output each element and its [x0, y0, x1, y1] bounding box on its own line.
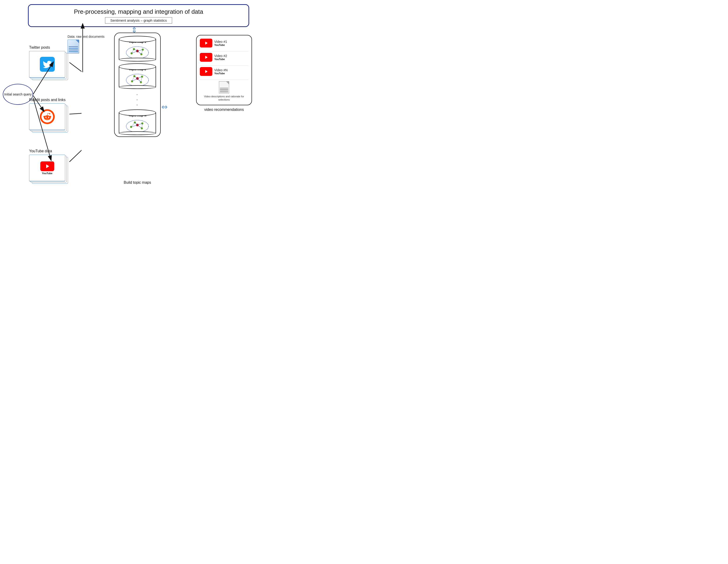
svg-line-26: [132, 78, 137, 81]
reddit-icon: [40, 109, 55, 124]
rec-doc-visual: [219, 81, 229, 93]
document-icon-group: Data: raw text documents: [68, 34, 105, 54]
twitter-card-front: [29, 51, 65, 78]
recommendations-panel: Video #1 YouTube Video #2 YouTube Video …: [196, 35, 252, 105]
rec-item-n: Video #N YouTube: [200, 67, 248, 76]
youtube-card-stack: YouTube: [29, 155, 69, 185]
svg-line-30: [132, 76, 134, 81]
rec-divider-2: [200, 65, 248, 66]
banner-subtitle: Sentiment analysis – graph statistics: [105, 17, 172, 24]
youtube-card-icon: YouTube: [40, 161, 54, 175]
rec-video-label-n: Video #N: [214, 68, 228, 72]
rec-yt-label-n: YouTube: [214, 72, 228, 75]
cyl-n-top: [119, 109, 156, 116]
rec-video-label-1: Video #1: [214, 40, 227, 44]
rec-yt-play-1: [200, 39, 212, 48]
rec-doc-line-4: [220, 92, 228, 92]
reddit-label: Reddit posts and links: [29, 98, 69, 102]
network-svg-1: [125, 44, 150, 59]
svg-line-18: [132, 49, 134, 53]
rec-item-1: Video #1 YouTube: [200, 39, 248, 48]
rec-item-2: Video #2 YouTube: [200, 53, 248, 62]
reddit-card-stack: [29, 103, 69, 134]
reddit-card-front: [29, 103, 65, 130]
doc-line-3: [69, 50, 78, 50]
youtube-source-group: YouTube data YouTube: [29, 149, 69, 185]
svg-line-3: [69, 62, 82, 91]
svg-point-20: [126, 74, 149, 86]
doc-label: Data: raw text documents: [68, 34, 105, 39]
topic-maps-container: Topic map 1: [114, 33, 161, 137]
doc-line-2: [69, 48, 78, 49]
cyl-n-bottom: [119, 131, 156, 135]
cyl-2-top: [119, 63, 156, 70]
cylinder-2: Topic map 2: [119, 63, 156, 88]
cyl-1-bottom: [119, 58, 156, 61]
banner-title: Pre-processing, mapping and integration …: [33, 8, 244, 15]
rec-info-1: Video #1 YouTube: [214, 40, 227, 46]
twitter-source-group: Twitter posts: [29, 45, 69, 81]
video-recs-label: video recommendations: [196, 108, 252, 112]
doc-line-1: [69, 46, 78, 47]
rec-doc-line-1: [220, 88, 228, 88]
svg-line-17: [137, 51, 141, 54]
rec-info-2: Video #2 YouTube: [214, 54, 227, 61]
yt-play-button: [40, 161, 54, 171]
rec-video-label-2: Video #2: [214, 54, 227, 58]
cylinder-n: Topic map N: [119, 109, 156, 134]
rec-yt-play-2: [200, 53, 212, 62]
rec-yt-label-2: YouTube: [214, 58, 227, 61]
rec-border: Video #1 YouTube Video #2 YouTube Video …: [196, 35, 252, 105]
svg-line-29: [137, 78, 141, 82]
rec-doc-label: Video descriptions and rationale for sel…: [200, 95, 248, 102]
svg-point-8: [126, 47, 149, 59]
youtube-card-front: YouTube: [29, 155, 65, 181]
rec-divider-3: [200, 80, 248, 80]
search-query-label: Initial search query: [4, 92, 32, 96]
rec-yt-label-1: YouTube: [214, 44, 227, 46]
svg-line-4: [69, 112, 82, 114]
cylinder-1: Topic map 1: [119, 36, 156, 60]
rec-doc-line-2: [220, 89, 228, 90]
build-topic-maps-label: Build topic maps: [114, 180, 161, 185]
svg-line-41: [137, 125, 142, 128]
rec-doc-corner: [226, 82, 229, 84]
doc-corner: [76, 40, 79, 43]
reddit-source-group: Reddit posts and links: [29, 98, 69, 134]
top-banner: Pre-processing, mapping and integration …: [28, 4, 249, 27]
twitter-icon: [40, 57, 55, 72]
youtube-source-label: YouTube data: [29, 149, 69, 153]
doc-visual: [68, 40, 79, 54]
topic-outer-border: Topic map 1: [114, 33, 161, 137]
search-query-ellipse: Initial search query: [3, 84, 33, 105]
cyl-2-bottom: [119, 85, 156, 89]
twitter-label: Twitter posts: [29, 45, 69, 50]
rec-doc-group: Video descriptions and rationale for sel…: [200, 81, 248, 102]
rec-doc-line-3: [220, 90, 228, 91]
twitter-card-stack: [29, 51, 69, 81]
doc-line-4: [69, 51, 78, 52]
yt-card-label: YouTube: [42, 172, 52, 175]
rec-yt-play-n: [200, 67, 212, 76]
network-svg-n: [125, 118, 150, 133]
leftright-arrow: ⇔: [161, 102, 168, 111]
cyl-1-top: [119, 36, 156, 42]
svg-line-5: [69, 126, 82, 162]
network-svg-2: [125, 72, 150, 86]
ellipsis-dots: ...: [136, 91, 138, 106]
rec-info-n: Video #N YouTube: [214, 68, 228, 75]
